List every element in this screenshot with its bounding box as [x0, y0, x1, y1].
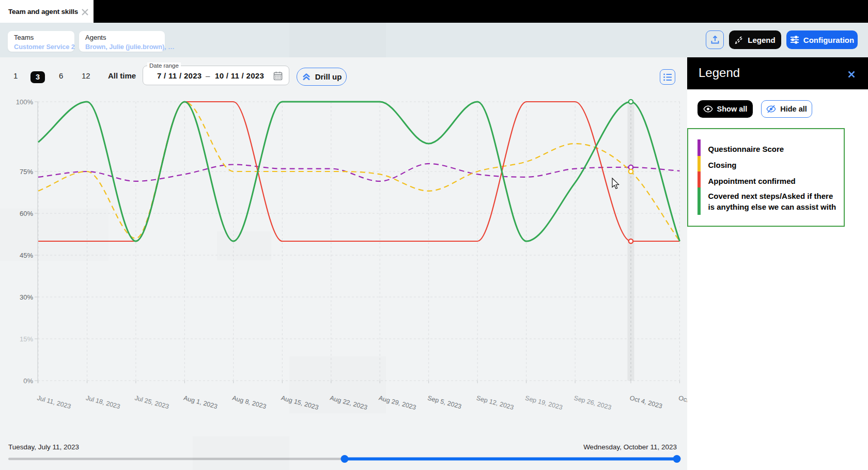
svg-text:100%: 100% — [16, 98, 34, 106]
svg-text:15%: 15% — [20, 335, 33, 343]
svg-text:75%: 75% — [20, 168, 33, 176]
svg-text:0%: 0% — [23, 377, 33, 385]
svg-text:30%: 30% — [20, 293, 33, 301]
